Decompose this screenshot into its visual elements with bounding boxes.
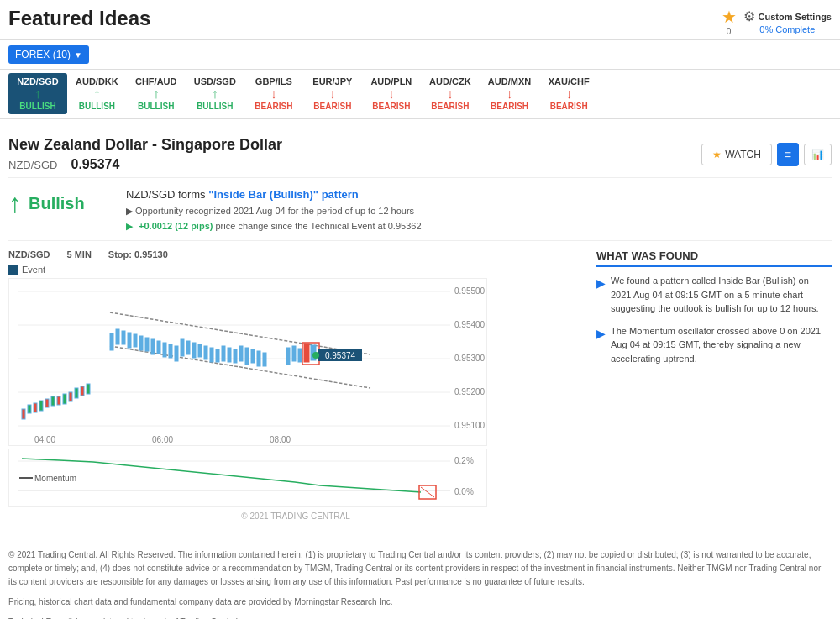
star-count: 0 (727, 27, 732, 36)
signal-detail-1: ▶ Opportunity recognized 2021 Aug 04 for… (126, 204, 832, 219)
svg-rect-12 (22, 409, 25, 419)
pair-direction-icon: ↓ (388, 87, 395, 102)
svg-rect-29 (139, 336, 143, 350)
instrument-header: New Zealand Dollar - Singapore Dollar NZ… (8, 128, 832, 178)
pair-item-AUDCZK[interactable]: AUD/CZK ↓ BEARISH (421, 73, 480, 114)
pair-item-NZDSGD[interactable]: NZD/SGD ↑ BULLISH (8, 73, 67, 114)
finding-item: ▶ We found a pattern called Inside Bar (… (596, 274, 832, 316)
price-change-suffix: price change since the Technical Event a… (215, 221, 421, 231)
signal-arrow-icon: ↑ (8, 188, 22, 219)
price-chart-svg: 0.95500 0.95400 0.95300 0.95200 0.95100 (8, 278, 487, 446)
watch-star-icon: ★ (712, 149, 722, 160)
instrument-price: 0.95374 (71, 157, 120, 172)
forex-dropdown[interactable]: FOREX (10) ▼ (8, 45, 89, 64)
price-change: +0.0012 (12 pips) (139, 221, 213, 231)
watch-label: WATCH (725, 149, 761, 160)
signal-section: ↑ Bullish NZD/SGD forms "Inside Bar (Bul… (8, 178, 832, 241)
chart-legend: Event (8, 265, 583, 275)
svg-text:0.95374: 0.95374 (325, 351, 356, 360)
pct-complete: 0% Complete (759, 24, 815, 34)
chart-svg-wrapper: 0.95500 0.95400 0.95300 0.95200 0.95100 (8, 278, 583, 510)
svg-text:Momentum: Momentum (34, 474, 76, 483)
svg-rect-31 (151, 339, 155, 354)
pair-signal: BEARISH (313, 102, 351, 111)
signal-pattern: NZD/SGD forms "Inside Bar (Bullish)" pat… (126, 188, 832, 201)
pair-item-USDSGD[interactable]: USD/SGD ↑ BULLISH (186, 73, 244, 114)
star-button[interactable]: ★ 0 (722, 7, 737, 36)
chevron-icon: ▼ (74, 50, 82, 60)
svg-rect-47 (245, 348, 249, 365)
pair-direction-icon: ↑ (93, 87, 100, 102)
svg-text:0.95200: 0.95200 (454, 387, 486, 396)
pair-name: AUD/PLN (370, 76, 412, 87)
pair-name: XAU/CHF (549, 76, 590, 87)
svg-rect-43 (222, 346, 225, 361)
what-found-title: WHAT WAS FOUND (596, 249, 832, 267)
watch-button[interactable]: ★ WATCH (701, 144, 772, 165)
pair-item-XAUCHF[interactable]: XAU/CHF ↓ BEARISH (539, 73, 598, 114)
pair-item-GBPILS[interactable]: GBP/ILS ↓ BEARISH (244, 73, 303, 114)
svg-rect-21 (75, 388, 78, 398)
svg-rect-54 (304, 344, 309, 362)
custom-settings-label: Custom Settings (759, 12, 832, 22)
pair-direction-icon: ↑ (153, 87, 160, 102)
svg-rect-50 (263, 353, 266, 366)
svg-rect-19 (63, 394, 66, 404)
pair-name: AUD/DKK (76, 76, 118, 87)
findings-container: ▶ We found a pattern called Inside Bar (… (596, 274, 832, 365)
svg-line-70 (421, 487, 434, 497)
pattern-prefix: NZD/SGD forms (126, 188, 208, 201)
chart-ticker: NZD/SGD (8, 249, 50, 260)
svg-rect-26 (122, 331, 125, 344)
pair-item-AUDDKK[interactable]: AUD/DKK ↑ BULLISH (67, 73, 127, 114)
what-found-section: WHAT WAS FOUND ▶ We found a pattern call… (596, 249, 832, 521)
svg-rect-15 (39, 401, 43, 411)
footer: © 2021 Trading Central. All Rights Reser… (0, 538, 840, 619)
signal-direction: ↑ Bullish (8, 188, 109, 219)
filter-row: FOREX (10) ▼ (0, 40, 840, 70)
svg-rect-44 (228, 348, 231, 362)
pair-name: EUR/JPY (312, 76, 352, 87)
svg-rect-53 (298, 349, 302, 362)
pair-name: USD/SGD (194, 76, 236, 87)
pairs-row: NZD/SGD ↑ BULLISH AUD/DKK ↑ BULLISH CHF/… (0, 70, 840, 119)
view-chart-button[interactable]: 📊 (804, 144, 832, 165)
pair-signal: BEARISH (255, 102, 292, 111)
finding-text: The Momentum oscillator crossed above 0 … (611, 324, 832, 366)
svg-rect-30 (145, 338, 149, 351)
instrument-info: New Zealand Dollar - Singapore Dollar NZ… (8, 136, 282, 172)
pair-signal: BULLISH (79, 102, 115, 111)
pair-name: GBP/ILS (255, 76, 292, 87)
page-title: Featured Ideas (8, 7, 150, 30)
svg-rect-27 (128, 333, 131, 348)
pair-item-CHFAUD[interactable]: CHF/AUD ↑ BULLISH (127, 73, 186, 114)
pair-direction-icon: ↑ (212, 87, 218, 102)
svg-text:0.2%: 0.2% (454, 456, 474, 465)
forex-label: FOREX (10) (15, 49, 71, 60)
svg-text:06:00: 06:00 (152, 435, 173, 444)
svg-rect-48 (251, 349, 255, 363)
pair-item-AUDPLN[interactable]: AUD/PLN ↓ BEARISH (362, 73, 421, 114)
instrument-full-name: New Zealand Dollar - Singapore Dollar (8, 136, 282, 154)
view-list-button[interactable]: ≡ (777, 143, 799, 166)
pair-item-EURJPY[interactable]: EUR/JPY ↓ BEARISH (303, 73, 362, 114)
pair-direction-icon: ↓ (329, 87, 336, 102)
finding-item: ▶ The Momentum oscillator crossed above … (596, 324, 832, 366)
custom-settings-button[interactable]: ⚙ Custom Settings 0% Complete (743, 8, 832, 34)
pair-item-AUDMXN[interactable]: AUD/MXN ↓ BEARISH (480, 73, 539, 114)
pair-direction-icon: ↓ (270, 87, 277, 102)
svg-rect-51 (286, 348, 290, 365)
header-actions: ★ 0 ⚙ Custom Settings 0% Complete (722, 7, 832, 36)
chart-icon: 📊 (811, 149, 824, 160)
svg-text:08:00: 08:00 (270, 435, 291, 444)
pair-name: CHF/AUD (135, 76, 177, 87)
pair-name: NZD/SGD (17, 76, 59, 87)
main-content: New Zealand Dollar - Singapore Dollar NZ… (0, 119, 840, 538)
footer-line2: Pricing, historical chart data and funda… (8, 595, 832, 609)
instrument-actions: ★ WATCH ≡ 📊 (701, 143, 832, 166)
pair-name: AUD/CZK (429, 76, 471, 87)
chart-area: NZD/SGD 5 MIN Stop: 0.95130 Event 0.9550… (8, 241, 832, 529)
footer-line1: © 2021 Trading Central. All Rights Reser… (8, 548, 832, 589)
legend-box (8, 265, 18, 275)
bullet-icon: ▶ (126, 221, 133, 231)
